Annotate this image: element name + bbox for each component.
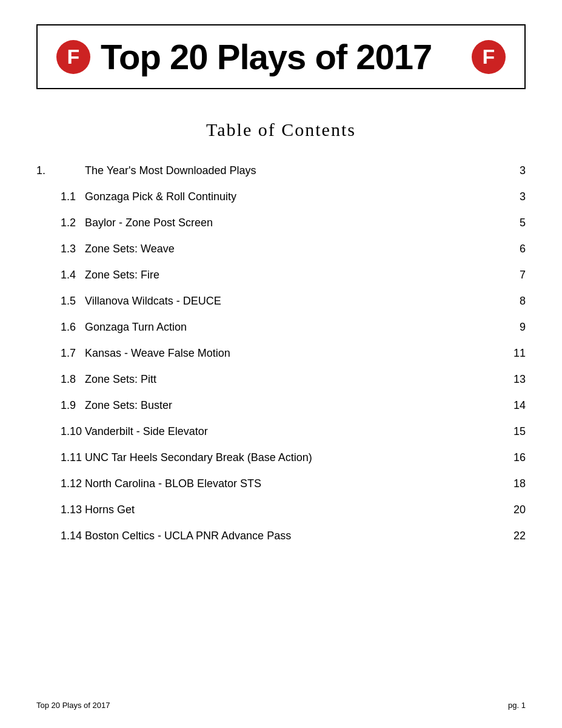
toc-row: 1.8Zone Sets: Pitt13 <box>36 373 526 386</box>
header-box: F Top 20 Plays of 2017 F <box>36 24 526 89</box>
toc-entry-label: Zone Sets: Fire <box>85 269 501 281</box>
footer: Top 20 Plays of 2017 pg. 1 <box>0 701 562 710</box>
toc-entry-num: 1.8 <box>36 373 85 386</box>
toc-entry-num: 1.10 <box>36 425 85 438</box>
toc-entry-num: 1.14 <box>36 530 85 542</box>
toc-entry-page: 20 <box>501 504 526 516</box>
toc-entry-num: 1.7 <box>36 347 85 360</box>
toc-entry-page: 11 <box>501 347 526 360</box>
fastmodel-logo-left: F <box>56 39 91 75</box>
toc-entry-num: 1.5 <box>36 295 85 308</box>
page: F Top 20 Plays of 2017 F Table of Conten… <box>0 0 562 728</box>
toc-row: 1.12North Carolina - BLOB Elevator STS18 <box>36 477 526 490</box>
fastmodel-logo-right: F <box>471 39 506 75</box>
toc-entry-num: 1.12 <box>36 477 85 490</box>
toc-entry-num: 1.9 <box>36 399 85 412</box>
footer-label: Top 20 Plays of 2017 <box>36 701 110 710</box>
svg-text:F: F <box>67 45 80 68</box>
toc-entry-label: Gonzaga Pick & Roll Continuity <box>85 190 501 203</box>
toc-section-label: The Year's Most Downloaded Plays <box>85 164 501 177</box>
toc-entry-label: UNC Tar Heels Secondary Break (Base Acti… <box>85 451 501 464</box>
toc-row: 1.6Gonzaga Turn Action9 <box>36 321 526 334</box>
toc-entry-label: Horns Get <box>85 504 501 516</box>
header-left: F Top 20 Plays of 2017 <box>56 36 432 77</box>
toc-entry-label: Zone Sets: Pitt <box>85 373 501 386</box>
toc-row: 1.1Gonzaga Pick & Roll Continuity3 <box>36 190 526 203</box>
toc-section-page: 3 <box>501 164 526 177</box>
toc-entry-page: 3 <box>501 190 526 203</box>
toc-entry-page: 8 <box>501 295 526 308</box>
toc-row: 1.14Boston Celtics - UCLA PNR Advance Pa… <box>36 530 526 542</box>
toc-content: 1. The Year's Most Downloaded Plays 3 1.… <box>36 164 526 542</box>
toc-entry-label: Villanova Wildcats - DEUCE <box>85 295 501 308</box>
toc-section-num: 1. <box>36 164 85 177</box>
toc-entry-label: Boston Celtics - UCLA PNR Advance Pass <box>85 530 501 542</box>
toc-entry-label: Zone Sets: Weave <box>85 243 501 255</box>
footer-page: pg. 1 <box>508 701 526 710</box>
toc-row: 1.10Vanderbilt - Side Elevator15 <box>36 425 526 438</box>
toc-entry-num: 1.13 <box>36 504 85 516</box>
toc-entry-page: 18 <box>501 477 526 490</box>
toc-row: 1.5Villanova Wildcats - DEUCE8 <box>36 295 526 308</box>
toc-entry-num: 1.3 <box>36 243 85 255</box>
toc-row: 1.3Zone Sets: Weave6 <box>36 243 526 255</box>
toc-row: 1.7Kansas - Weave False Motion11 <box>36 347 526 360</box>
toc-entry-num: 1.1 <box>36 190 85 203</box>
toc-entries: 1.1Gonzaga Pick & Roll Continuity31.2Bay… <box>36 190 526 542</box>
toc-entry-page: 5 <box>501 217 526 229</box>
toc-row: 1.13Horns Get20 <box>36 504 526 516</box>
toc-title: Table of Contents <box>36 120 526 140</box>
toc-entry-page: 7 <box>501 269 526 281</box>
toc-section-row: 1. The Year's Most Downloaded Plays 3 <box>36 164 526 177</box>
toc-entry-page: 14 <box>501 399 526 412</box>
toc-row: 1.9Zone Sets: Buster14 <box>36 399 526 412</box>
toc-entry-num: 1.6 <box>36 321 85 334</box>
toc-entry-label: Kansas - Weave False Motion <box>85 347 501 360</box>
toc-row: 1.4Zone Sets: Fire7 <box>36 269 526 281</box>
toc-entry-page: 9 <box>501 321 526 334</box>
toc-entry-label: Zone Sets: Buster <box>85 399 501 412</box>
toc-entry-page: 15 <box>501 425 526 438</box>
toc-entry-label: North Carolina - BLOB Elevator STS <box>85 477 501 490</box>
svg-text:F: F <box>483 45 495 68</box>
toc-entry-label: Baylor - Zone Post Screen <box>85 217 501 229</box>
toc-entry-num: 1.11 <box>36 451 85 464</box>
toc-entry-page: 6 <box>501 243 526 255</box>
toc-row: 1.11UNC Tar Heels Secondary Break (Base … <box>36 451 526 464</box>
toc-entry-page: 22 <box>501 530 526 542</box>
toc-entry-page: 16 <box>501 451 526 464</box>
toc-entry-num: 1.4 <box>36 269 85 281</box>
header-title: Top 20 Plays of 2017 <box>101 36 432 77</box>
toc-entry-page: 13 <box>501 373 526 386</box>
toc-entry-num: 1.2 <box>36 217 85 229</box>
toc-entry-label: Gonzaga Turn Action <box>85 321 501 334</box>
toc-row: 1.2Baylor - Zone Post Screen5 <box>36 217 526 229</box>
toc-entry-label: Vanderbilt - Side Elevator <box>85 425 501 438</box>
